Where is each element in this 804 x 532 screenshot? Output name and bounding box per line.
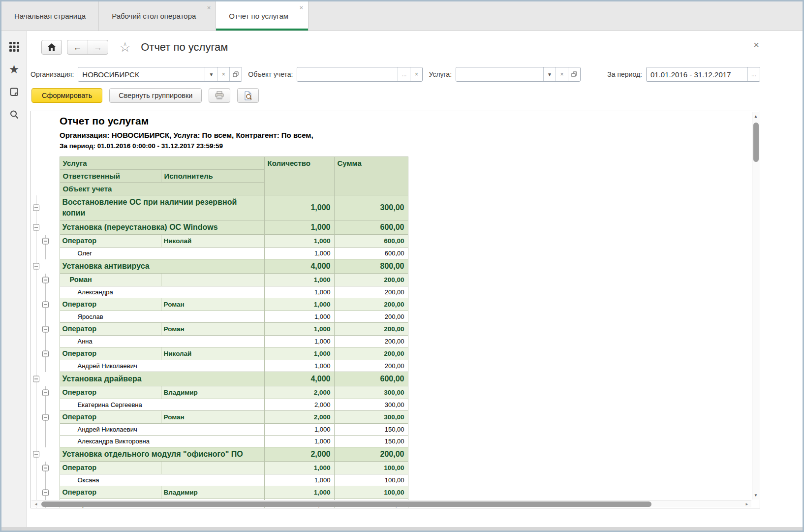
sum-cell[interactable]: 100,00 bbox=[334, 462, 408, 474]
accounting-object-input[interactable] bbox=[297, 67, 398, 81]
tab-close-icon[interactable]: × bbox=[207, 4, 211, 11]
service-cell[interactable]: Олег bbox=[60, 248, 264, 259]
vertical-scrollbar[interactable]: ▲ ▼ bbox=[752, 112, 759, 500]
collapse-group-toggle[interactable] bbox=[42, 389, 49, 396]
sum-cell[interactable]: 200,00 bbox=[334, 286, 408, 298]
sum-cell[interactable]: 100,00 bbox=[334, 486, 408, 499]
quantity-cell[interactable]: 1,000 bbox=[264, 424, 334, 436]
open-icon[interactable] bbox=[568, 67, 580, 81]
quantity-cell[interactable]: 1,000 bbox=[264, 298, 334, 311]
service-cell[interactable]: Установка антивируса bbox=[60, 259, 264, 274]
sum-cell[interactable]: 300,00 bbox=[334, 195, 408, 220]
executor-cell[interactable]: Николай bbox=[161, 347, 264, 360]
scroll-up-icon[interactable]: ▲ bbox=[752, 113, 759, 120]
executor-cell[interactable]: Роман bbox=[161, 298, 264, 311]
dropdown-icon[interactable]: ▼ bbox=[543, 67, 556, 81]
collapse-group-toggle[interactable] bbox=[42, 238, 49, 244]
column-header-executor[interactable]: Исполнитель bbox=[161, 170, 264, 183]
sum-cell[interactable]: 600,00 bbox=[334, 372, 408, 386]
sum-cell[interactable]: 150,00 bbox=[334, 436, 408, 447]
generate-button[interactable]: Сформировать bbox=[31, 88, 102, 103]
sum-cell[interactable]: 300,00 bbox=[334, 399, 408, 411]
service-cell[interactable]: Оператор bbox=[60, 298, 161, 311]
favorite-toggle-icon[interactable]: ☆ bbox=[119, 41, 131, 54]
vertical-scroll-thumb[interactable] bbox=[753, 123, 759, 162]
collapse-group-toggle[interactable] bbox=[42, 489, 49, 496]
service-cell[interactable]: Оператор bbox=[60, 462, 161, 474]
sum-cell[interactable]: 200,00 bbox=[334, 298, 408, 311]
favorites-star-icon[interactable]: ★ bbox=[8, 63, 20, 75]
clear-icon[interactable]: × bbox=[410, 67, 422, 81]
collapse-groups-button[interactable]: Свернуть группировки bbox=[109, 88, 202, 103]
back-button[interactable]: ← bbox=[67, 40, 88, 54]
executor-cell[interactable] bbox=[161, 462, 264, 474]
collapse-group-toggle[interactable] bbox=[42, 465, 49, 471]
service-cell[interactable]: Александра Викторовна bbox=[60, 436, 264, 447]
home-button[interactable] bbox=[41, 40, 62, 55]
service-cell[interactable]: Андрей Николаевич bbox=[60, 360, 264, 372]
sum-cell[interactable]: 200,00 bbox=[334, 323, 408, 336]
service-cell[interactable]: Оператор bbox=[60, 235, 161, 248]
collapse-group-toggle[interactable] bbox=[33, 205, 39, 211]
collapse-group-toggle[interactable] bbox=[42, 350, 49, 357]
collapse-group-toggle[interactable] bbox=[42, 326, 49, 332]
service-cell[interactable]: Александра bbox=[60, 286, 264, 298]
scroll-down-icon[interactable]: ▼ bbox=[752, 492, 759, 499]
sum-cell[interactable]: 200,00 bbox=[334, 274, 408, 286]
collapse-group-toggle[interactable] bbox=[42, 277, 49, 283]
service-cell[interactable]: Восстановление ОС при наличии резервной … bbox=[60, 195, 264, 220]
sum-cell[interactable]: 300,00 bbox=[334, 411, 408, 424]
sum-cell[interactable]: 600,00 bbox=[334, 220, 408, 235]
quantity-cell[interactable]: 1,000 bbox=[264, 195, 334, 220]
executor-cell[interactable]: Николай bbox=[161, 235, 264, 248]
choose-icon[interactable]: ... bbox=[398, 67, 410, 81]
horizontal-scroll-thumb[interactable] bbox=[41, 501, 651, 507]
collapse-group-toggle[interactable] bbox=[42, 301, 49, 308]
service-cell[interactable]: Екатерина Сергеевна bbox=[60, 399, 264, 411]
column-header-sum[interactable]: Сумма bbox=[334, 157, 408, 195]
tab-start-page[interactable]: Начальная страница bbox=[1, 1, 99, 31]
clear-icon[interactable]: × bbox=[217, 67, 229, 81]
history-icon[interactable] bbox=[8, 86, 20, 98]
collapse-group-toggle[interactable] bbox=[33, 224, 39, 231]
clear-icon[interactable]: × bbox=[556, 67, 568, 81]
column-header-responsible[interactable]: Ответственный bbox=[60, 170, 161, 183]
sum-cell[interactable]: 100,00 bbox=[334, 474, 408, 486]
collapse-group-toggle[interactable] bbox=[33, 376, 39, 382]
print-preview-button[interactable] bbox=[237, 88, 259, 103]
sum-cell[interactable]: 150,00 bbox=[334, 424, 408, 436]
sum-cell[interactable]: 800,00 bbox=[334, 259, 408, 274]
collapse-group-toggle[interactable] bbox=[42, 414, 49, 420]
quantity-cell[interactable]: 1,000 bbox=[264, 486, 334, 499]
service-cell[interactable]: Анна bbox=[60, 336, 264, 347]
print-button[interactable] bbox=[209, 88, 230, 103]
executor-cell[interactable]: Владимир bbox=[161, 486, 264, 499]
sum-cell[interactable]: 200,00 bbox=[334, 347, 408, 360]
service-cell[interactable]: Оператор bbox=[60, 323, 161, 336]
sum-cell[interactable]: 200,00 bbox=[334, 336, 408, 347]
column-header-quantity[interactable]: Количество bbox=[264, 157, 334, 195]
sum-cell[interactable]: 200,00 bbox=[334, 311, 408, 323]
sum-cell[interactable]: 600,00 bbox=[334, 235, 408, 248]
quantity-cell[interactable]: 1,000 bbox=[264, 248, 334, 259]
service-cell[interactable]: Оксана bbox=[60, 474, 264, 486]
service-cell[interactable]: Ярослав bbox=[60, 311, 264, 323]
quantity-cell[interactable]: 1,000 bbox=[264, 474, 334, 486]
sum-cell[interactable]: 200,00 bbox=[334, 360, 408, 372]
column-header-service[interactable]: Услуга bbox=[60, 157, 264, 170]
service-cell[interactable]: Установка отдельного модуля "офисного" П… bbox=[60, 447, 264, 462]
sum-cell[interactable]: 200,00 bbox=[334, 447, 408, 462]
quantity-cell[interactable]: 2,000 bbox=[264, 447, 334, 462]
quantity-cell[interactable]: 1,000 bbox=[264, 347, 334, 360]
quantity-cell[interactable]: 1,000 bbox=[264, 336, 334, 347]
menu-grid-icon[interactable] bbox=[8, 41, 20, 53]
quantity-cell[interactable]: 2,000 bbox=[264, 399, 334, 411]
executor-cell[interactable]: Роман bbox=[161, 411, 264, 424]
forward-button[interactable]: → bbox=[88, 40, 108, 54]
service-cell[interactable]: Роман bbox=[60, 274, 161, 286]
scroll-right-icon[interactable]: ► bbox=[743, 501, 750, 507]
organization-input[interactable] bbox=[78, 67, 205, 81]
form-close-icon[interactable]: × bbox=[753, 40, 759, 50]
quantity-cell[interactable]: 4,000 bbox=[264, 259, 334, 274]
quantity-cell[interactable]: 2,000 bbox=[264, 411, 334, 424]
